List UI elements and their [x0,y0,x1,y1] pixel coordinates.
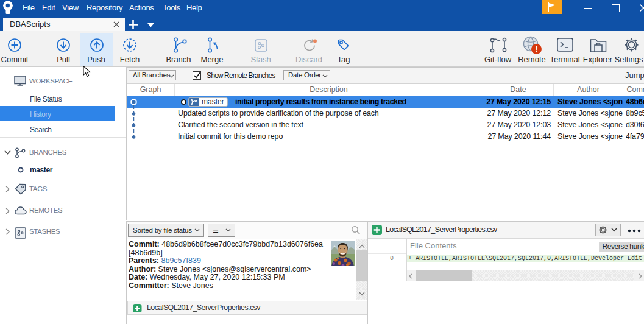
svg-text:!: ! [536,45,538,54]
